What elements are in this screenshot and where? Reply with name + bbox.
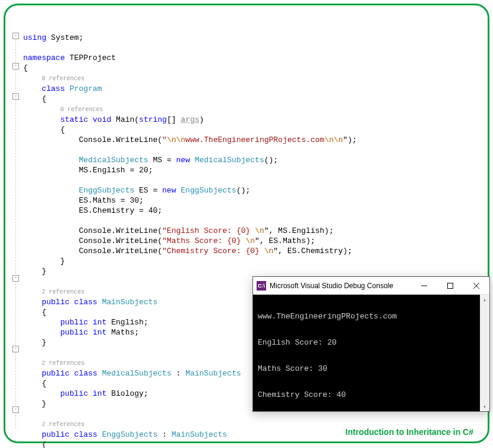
codelens[interactable]: 0 references [60,106,103,113]
kw-class: class [42,84,65,93]
type-medical: MedicalSubjects [195,156,264,165]
type-engg: EnggSubjects [102,430,158,439]
str: "Chemistry Score: {0} [162,247,264,255]
minimize-button[interactable] [411,277,437,295]
esc: \n [246,236,255,245]
kw-int: int [93,318,106,327]
kw-public: public [60,389,88,398]
stmt: ES.Chemistry = 40; [79,206,162,215]
kw-int: int [93,389,106,398]
main-method: Main [116,115,134,124]
type-engg: EnggSubjects [79,186,135,195]
type-medical: MedicalSubjects [79,156,148,165]
console-titlebar[interactable]: C:\ Microsoft Visual Studio Debug Consol… [253,277,489,295]
scroll-down-icon[interactable]: ▾ [480,402,489,411]
kw-new: new [162,186,176,195]
console-output: www.TheEngineeringPRojects.com English S… [253,295,489,404]
kw-class: class [74,369,97,378]
collapse-mainsubjects[interactable]: - [12,275,19,282]
close: "); [343,135,356,144]
kw-class: class [74,298,97,307]
console-body: www.TheEngineeringPRojects.com English S… [253,295,489,411]
type-mainsubjects: MainSubjects [102,298,158,307]
field: Maths; [106,328,139,337]
console-scrollbar[interactable]: ▴ ▾ [480,295,489,411]
str: "English Score: {0} [162,226,255,235]
arg: ", ES.Maths); [255,236,315,245]
colon: : [176,369,186,378]
console-ref: Console [79,247,112,255]
writeline: .WriteLine( [111,226,162,235]
writeline: .WriteLine( [111,247,162,255]
kw-void: void [93,115,111,124]
field: English; [106,318,148,327]
url-str: www.TheEngineeringPRojects.com [185,135,324,144]
kw-new: new [176,156,189,165]
arg: ", ES.Chemistry); [273,247,352,255]
writeline: .WriteLine( [111,135,162,144]
console-ref: Console [79,226,112,235]
console-ref: Console [79,135,112,144]
stmt: ES.Maths = 30; [79,196,144,205]
console-ref: Console [79,236,112,245]
field: Biology; [106,389,148,398]
kw-int: int [93,328,106,337]
line: www.TheEngineeringPRojects.com [258,312,397,321]
sys: System [51,33,79,42]
type-mainsubjects: MainSubjects [185,369,241,378]
codelens[interactable]: 2 references [42,289,84,295]
line: Maths Score: 30 [258,364,327,373]
line: Chemistry Score: 40 [258,390,346,399]
collapse-medicalsubjects[interactable]: - [12,346,19,352]
codelens[interactable]: 2 references [42,421,84,428]
scroll-up-icon[interactable]: ▴ [480,295,489,304]
param-args: args [181,115,199,124]
collapse-namespace[interactable]: - [12,33,19,39]
codelens[interactable]: 0 references [42,75,84,82]
main-frame: - - - - - - using System; namespace TEPP… [4,4,489,443]
esc: \n\n [167,135,185,144]
type-mainsubjects: MainSubjects [172,430,227,439]
kw-public: public [60,328,88,337]
kw-public: public [60,318,88,327]
collapse-main[interactable]: - [12,93,19,100]
debug-console-window: C:\ Microsoft Visual Studio Debug Consol… [252,276,490,412]
gutter: - - - - - - [11,12,22,103]
arg: ", MS.English); [264,226,334,235]
paren: (); [264,156,278,165]
kw-string: string [139,115,167,124]
paren: (); [236,186,250,195]
kw-static: static [60,115,88,124]
console-title: Microsoft Visual Studio Debug Console [270,282,411,290]
esc: \n [255,226,264,235]
ns-name: TEPProject [69,53,116,62]
collapse-class-program[interactable]: - [12,63,19,70]
kw-class: class [74,430,97,439]
line: English Score: 20 [258,338,337,347]
maximize-button[interactable] [437,277,463,295]
type-program: Program [69,84,102,93]
es-decl: ES = [134,186,162,195]
console-icon: C:\ [257,281,266,291]
collapse-enggsubjects[interactable]: - [12,406,19,413]
esc: \n\n [324,135,343,144]
type-engg: EnggSubjects [181,186,236,195]
stmt: MS.English = 20; [79,166,153,175]
writeline: .WriteLine( [111,236,162,245]
close-button[interactable] [463,277,489,295]
kw-public: public [42,369,69,378]
codelens[interactable]: 2 references [42,360,84,367]
scroll-track[interactable] [480,304,489,402]
footer-caption: Introduction to Inheritance in C# [346,427,473,437]
str: "Maths Score: {0} [162,236,245,245]
type-medical: MedicalSubjects [102,369,172,378]
esc: \n [264,247,274,255]
kw-public: public [42,430,69,439]
icon-text: C:\ [258,283,265,289]
ms-decl: MS = [148,156,176,165]
colon: : [162,430,172,439]
kw-public: public [42,298,69,307]
svg-rect-1 [448,283,453,288]
